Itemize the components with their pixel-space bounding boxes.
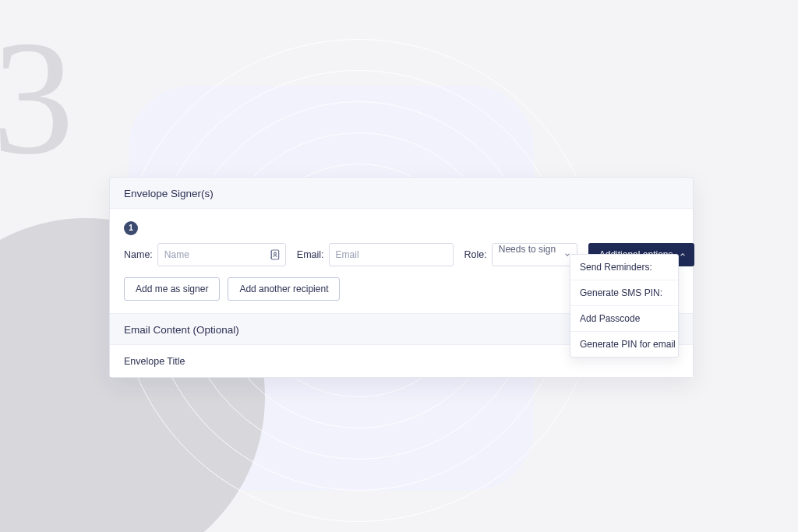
add-another-recipient-button[interactable]: Add another recipient (228, 277, 340, 301)
role-field: Role: Needs to sign (464, 243, 577, 266)
step-number-3: 3 (0, 16, 74, 179)
dropdown-item-generate-sms-pin[interactable]: Generate SMS PIN: (570, 280, 678, 306)
name-input[interactable] (157, 243, 286, 266)
chevron-up-icon (679, 251, 687, 259)
svg-point-1 (274, 252, 276, 255)
signers-section-header: Envelope Signer(s) (110, 178, 693, 208)
email-input[interactable] (329, 243, 454, 266)
signer-panel: 1 Name: Email: (110, 208, 693, 314)
add-me-as-signer-button[interactable]: Add me as signer (124, 277, 220, 301)
email-field: Email: (297, 243, 454, 266)
dropdown-item-generate-pin-email[interactable]: Generate PIN for email (570, 332, 678, 357)
name-label: Name: (124, 249, 153, 260)
role-label: Role: (464, 249, 487, 260)
name-field: Name: (124, 243, 286, 266)
dropdown-item-add-passcode[interactable]: Add Passcode (570, 306, 678, 332)
dropdown-item-send-reminders[interactable]: Send Reminders: (570, 255, 678, 280)
role-select[interactable]: Needs to sign (492, 243, 577, 266)
signer-number-badge: 1 (124, 221, 138, 235)
email-label: Email: (297, 249, 324, 260)
address-book-icon[interactable] (269, 248, 281, 261)
additional-options-dropdown: Send Reminders: Generate SMS PIN: Add Pa… (570, 254, 679, 358)
role-selected-value: Needs to sign (499, 244, 556, 255)
envelope-setup-card: Envelope Signer(s) 1 Name: (109, 177, 694, 378)
